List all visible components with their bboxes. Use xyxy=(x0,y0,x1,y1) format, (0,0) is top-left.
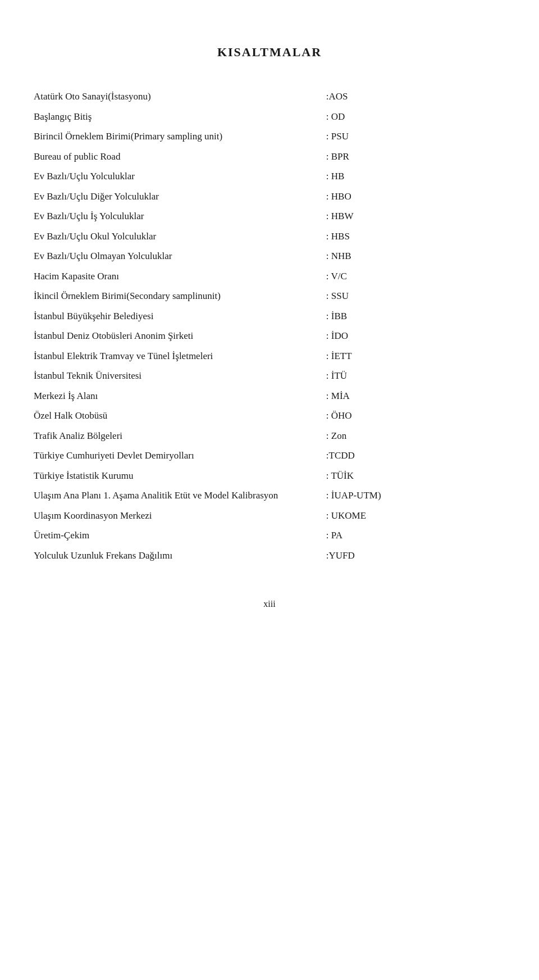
abbreviation-value: : HBS xyxy=(326,226,505,247)
table-row: İstanbul Deniz Otobüsleri Anonim Şirketi… xyxy=(34,326,505,346)
abbreviation-value: : ÖHO xyxy=(326,406,505,426)
table-row: Özel Halk Otobüsü: ÖHO xyxy=(34,406,505,426)
page-title: KISALTMALAR xyxy=(34,45,505,60)
abbreviation-term: Özel Halk Otobüsü xyxy=(34,406,326,426)
abbreviation-value: : PSU xyxy=(326,126,505,147)
abbreviation-value: : HBW xyxy=(326,206,505,226)
table-row: Ev Bazlı/Uçlu Diğer Yolculuklar: HBO xyxy=(34,187,505,207)
abbreviation-value: : SSU xyxy=(326,286,505,306)
abbreviation-value: : İBB xyxy=(326,306,505,326)
abbreviation-term: Trafik Analiz Bölgeleri xyxy=(34,426,326,446)
abbreviation-term: İstanbul Deniz Otobüsleri Anonim Şirketi xyxy=(34,326,326,346)
abbreviation-term: Üretim-Çekim xyxy=(34,525,326,546)
abbreviation-term: Yolculuk Uzunluk Frekans Dağılımı xyxy=(34,546,326,566)
abbreviation-term: Başlangıç Bitiş xyxy=(34,107,326,127)
table-row: Atatürk Oto Sanayi(İstasyonu):AOS xyxy=(34,87,505,107)
table-row: Ev Bazlı/Uçlu Olmayan Yolculuklar: NHB xyxy=(34,246,505,266)
abbreviation-value: : PA xyxy=(326,525,505,546)
page-number: xiii xyxy=(34,599,505,609)
abbreviation-term: Hacim Kapasite Oranı xyxy=(34,266,326,287)
abbreviation-term: İkincil Örneklem Birimi(Secondary sampli… xyxy=(34,286,326,306)
abbreviation-value: : İETT xyxy=(326,346,505,366)
abbreviation-term: Ev Bazlı/Uçlu Olmayan Yolculuklar xyxy=(34,246,326,266)
abbreviation-term: Birincil Örneklem Birimi(Primary samplin… xyxy=(34,126,326,147)
table-row: İstanbul Teknik Üniversitesi: İTÜ xyxy=(34,366,505,386)
abbreviation-value: : İTÜ xyxy=(326,366,505,386)
table-row: Ulaşım Ana Planı 1. Aşama Analitik Etüt … xyxy=(34,486,505,506)
table-row: Türkiye Cumhuriyeti Devlet Demiryolları:… xyxy=(34,446,505,466)
abbreviation-term: Atatürk Oto Sanayi(İstasyonu) xyxy=(34,87,326,107)
abbreviation-value: : MİA xyxy=(326,386,505,406)
abbreviation-value: :TCDD xyxy=(326,446,505,466)
abbreviation-term: Merkezi İş Alanı xyxy=(34,386,326,406)
abbreviation-value: : OD xyxy=(326,107,505,127)
abbreviation-value: : HBO xyxy=(326,187,505,207)
abbreviation-value: : HB xyxy=(326,166,505,187)
abbreviation-value: : NHB xyxy=(326,246,505,266)
abbreviation-value: : UKOME xyxy=(326,506,505,526)
table-row: Birincil Örneklem Birimi(Primary samplin… xyxy=(34,126,505,147)
table-row: Hacim Kapasite Oranı: V/C xyxy=(34,266,505,287)
table-row: Ev Bazlı/Uçlu Okul Yolculuklar: HBS xyxy=(34,226,505,247)
abbreviation-value: : İUAP-UTM) xyxy=(326,486,505,506)
abbreviation-term: Ev Bazlı/Uçlu Diğer Yolculuklar xyxy=(34,187,326,207)
abbreviation-term: Ev Bazlı/Uçlu Okul Yolculuklar xyxy=(34,226,326,247)
table-row: Ulaşım Koordinasyon Merkezi: UKOME xyxy=(34,506,505,526)
table-row: İstanbul Büyükşehir Belediyesi: İBB xyxy=(34,306,505,326)
abbreviation-term: Ev Bazlı/Uçlu Yolculuklar xyxy=(34,166,326,187)
abbreviation-term: Ulaşım Ana Planı 1. Aşama Analitik Etüt … xyxy=(34,486,326,506)
table-row: Trafik Analiz Bölgeleri: Zon xyxy=(34,426,505,446)
table-row: İstanbul Elektrik Tramvay ve Tünel İşlet… xyxy=(34,346,505,366)
abbreviation-term: İstanbul Büyükşehir Belediyesi xyxy=(34,306,326,326)
abbreviation-term: Ev Bazlı/Uçlu İş Yolculuklar xyxy=(34,206,326,226)
table-row: Ev Bazlı/Uçlu İş Yolculuklar: HBW xyxy=(34,206,505,226)
abbreviations-table: Atatürk Oto Sanayi(İstasyonu):AOSBaşlang… xyxy=(34,87,505,565)
abbreviation-term: Türkiye Cumhuriyeti Devlet Demiryolları xyxy=(34,446,326,466)
abbreviation-term: Ulaşım Koordinasyon Merkezi xyxy=(34,506,326,526)
table-row: Ev Bazlı/Uçlu Yolculuklar: HB xyxy=(34,166,505,187)
table-row: Yolculuk Uzunluk Frekans Dağılımı:YUFD xyxy=(34,546,505,566)
abbreviation-term: İstanbul Teknik Üniversitesi xyxy=(34,366,326,386)
table-row: Merkezi İş Alanı: MİA xyxy=(34,386,505,406)
abbreviation-value: :YUFD xyxy=(326,546,505,566)
table-row: Bureau of public Road: BPR xyxy=(34,147,505,167)
abbreviation-term: Türkiye İstatistik Kurumu xyxy=(34,466,326,486)
abbreviation-value: :AOS xyxy=(326,87,505,107)
abbreviation-term: İstanbul Elektrik Tramvay ve Tünel İşlet… xyxy=(34,346,326,366)
table-row: Başlangıç Bitiş: OD xyxy=(34,107,505,127)
abbreviation-term: Bureau of public Road xyxy=(34,147,326,167)
table-row: Türkiye İstatistik Kurumu: TÜİK xyxy=(34,466,505,486)
abbreviation-value: : TÜİK xyxy=(326,466,505,486)
table-row: Üretim-Çekim: PA xyxy=(34,525,505,546)
abbreviation-value: : İDO xyxy=(326,326,505,346)
abbreviation-value: : BPR xyxy=(326,147,505,167)
abbreviation-value: : V/C xyxy=(326,266,505,287)
table-row: İkincil Örneklem Birimi(Secondary sampli… xyxy=(34,286,505,306)
abbreviation-value: : Zon xyxy=(326,426,505,446)
